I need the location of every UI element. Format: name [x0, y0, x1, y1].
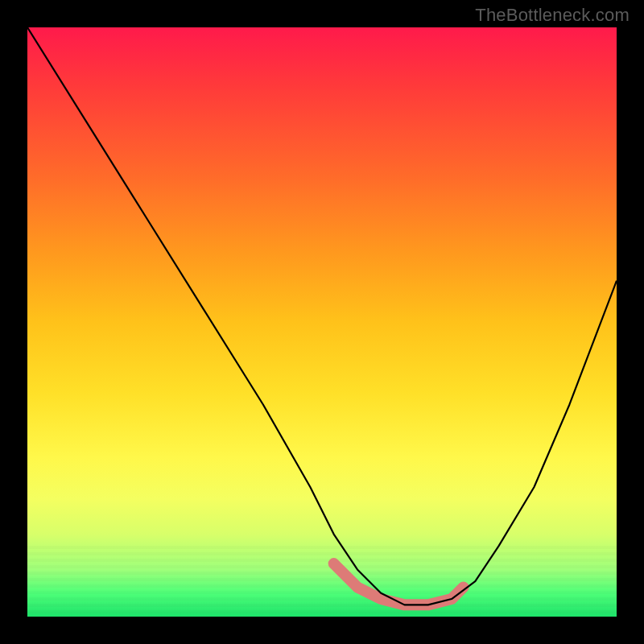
curve-path — [27, 27, 617, 605]
plot-area — [27, 27, 617, 617]
highlight-path — [334, 564, 464, 605]
chart-stage: TheBottleneck.com — [0, 0, 644, 644]
watermark-text: TheBottleneck.com — [475, 5, 630, 26]
curve-svg — [27, 27, 617, 617]
